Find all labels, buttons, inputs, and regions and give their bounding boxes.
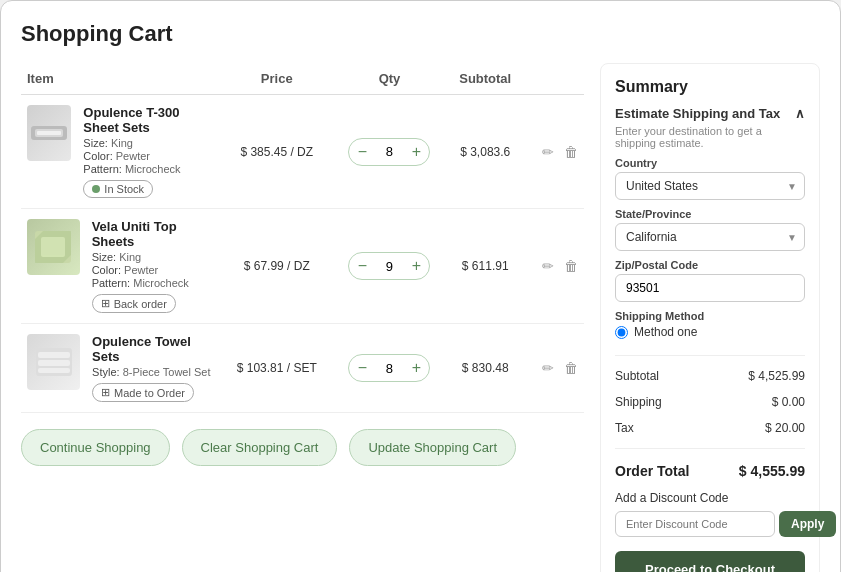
checkout-button[interactable]: Proceed to Checkout xyxy=(615,551,805,572)
delete-icon-2[interactable]: 🗑 xyxy=(564,258,578,274)
qty-increase-1[interactable]: + xyxy=(403,139,429,165)
item-price-2: $ 67.99 / DZ xyxy=(221,209,333,324)
zip-label: Zip/Postal Code xyxy=(615,259,805,271)
item-actions-1: ✏ 🗑 xyxy=(524,95,584,209)
item-name-2: Vela Uniti Top Sheets xyxy=(92,219,215,249)
apply-button[interactable]: Apply xyxy=(779,511,836,537)
item-image-1 xyxy=(27,105,71,161)
state-label: State/Province xyxy=(615,208,805,220)
page-title: Shopping Cart xyxy=(21,21,820,47)
order-total-label: Order Total xyxy=(615,463,689,479)
tax-value: $ 20.00 xyxy=(765,421,805,435)
col-subtotal: Subtotal xyxy=(446,63,524,95)
item-pattern-1: Pattern: Microcheck xyxy=(83,163,215,175)
item-name-1: Opulence T-300 Sheet Sets xyxy=(83,105,215,135)
table-row: Opulence T-300 Sheet Sets Size: King Col… xyxy=(21,95,584,209)
item-status-2: ⊞ Back order xyxy=(92,294,176,313)
item-actions-2: ✏ 🗑 xyxy=(524,209,584,324)
state-select-wrapper: California New York Texas ▼ xyxy=(615,223,805,251)
edit-icon-3[interactable]: ✏ xyxy=(542,360,554,376)
item-subtotal-1: $ 3,083.6 xyxy=(446,95,524,209)
discount-label: Add a Discount Code xyxy=(615,491,805,505)
divider-2 xyxy=(615,448,805,449)
item-status-1: In Stock xyxy=(83,180,153,198)
shipping-method-section: Shipping Method Method one xyxy=(615,310,805,339)
country-select[interactable]: United States Canada United Kingdom xyxy=(615,172,805,200)
svg-rect-6 xyxy=(38,352,70,358)
delete-icon-3[interactable]: 🗑 xyxy=(564,360,578,376)
estimate-label: Estimate Shipping and Tax xyxy=(615,106,780,121)
item-cell-2: Vela Uniti Top Sheets Size: King Color: … xyxy=(21,209,221,324)
delete-icon-1[interactable]: 🗑 xyxy=(564,144,578,160)
shipping-row-label: Shipping xyxy=(615,395,662,409)
clear-cart-button[interactable]: Clear Shopping Cart xyxy=(182,429,338,466)
main-content: Item Price Qty Subtotal xyxy=(21,63,820,572)
shipping-method-row: Method one xyxy=(615,325,805,339)
item-price-3: $ 103.81 / SET xyxy=(221,324,333,413)
item-image-3 xyxy=(27,334,80,390)
table-row: Vela Uniti Top Sheets Size: King Color: … xyxy=(21,209,584,324)
qty-increase-2[interactable]: + xyxy=(403,253,429,279)
item-subtotal-2: $ 611.91 xyxy=(446,209,524,324)
qty-input-3[interactable] xyxy=(375,361,403,376)
qty-control-1: − + xyxy=(348,138,430,166)
col-price: Price xyxy=(221,63,333,95)
qty-increase-3[interactable]: + xyxy=(403,355,429,381)
update-cart-button[interactable]: Update Shopping Cart xyxy=(349,429,516,466)
continue-shopping-button[interactable]: Continue Shopping xyxy=(21,429,170,466)
item-cell-3: Opulence Towel Sets Style: 8-Piece Towel… xyxy=(21,324,221,413)
subtotal-label: Subtotal xyxy=(615,369,659,383)
item-color-2: Color: Pewter xyxy=(92,264,215,276)
discount-input[interactable] xyxy=(615,511,775,537)
qty-input-1[interactable] xyxy=(375,144,403,159)
made-to-order-icon: ⊞ xyxy=(101,386,110,399)
item-qty-cell-3: − + xyxy=(333,324,447,413)
country-label: Country xyxy=(615,157,805,169)
tax-label: Tax xyxy=(615,421,634,435)
qty-decrease-3[interactable]: − xyxy=(349,355,375,381)
divider-1 xyxy=(615,355,805,356)
qty-decrease-2[interactable]: − xyxy=(349,253,375,279)
order-total-value: $ 4,555.99 xyxy=(739,463,805,479)
svg-rect-7 xyxy=(38,360,70,366)
shipping-radio[interactable] xyxy=(615,326,628,339)
shipping-line: Shipping $ 0.00 xyxy=(615,394,805,410)
collapse-icon[interactable]: ∧ xyxy=(795,106,805,121)
back-order-icon: ⊞ xyxy=(101,297,110,310)
item-details-1: Opulence T-300 Sheet Sets Size: King Col… xyxy=(79,105,215,198)
zip-input[interactable] xyxy=(615,274,805,302)
svg-rect-2 xyxy=(37,131,61,135)
subtotal-line: Subtotal $ 4,525.99 xyxy=(615,368,805,384)
svg-rect-4 xyxy=(41,237,65,257)
shipping-row-value: $ 0.00 xyxy=(772,395,805,409)
estimate-header: Estimate Shipping and Tax ∧ xyxy=(615,106,805,121)
subtotal-value: $ 4,525.99 xyxy=(748,369,805,383)
item-size-1: Size: King xyxy=(83,137,215,149)
summary-title: Summary xyxy=(615,78,805,96)
item-qty-cell-1: − + xyxy=(333,95,447,209)
qty-decrease-1[interactable]: − xyxy=(349,139,375,165)
qty-input-2[interactable] xyxy=(375,259,403,274)
state-select[interactable]: California New York Texas xyxy=(615,223,805,251)
cart-section: Item Price Qty Subtotal xyxy=(21,63,584,572)
shipping-method-label: Shipping Method xyxy=(615,310,805,322)
svg-rect-8 xyxy=(38,368,70,373)
item-image-2 xyxy=(27,219,80,275)
col-item: Item xyxy=(21,63,221,95)
item-actions-3: ✏ 🗑 xyxy=(524,324,584,413)
col-qty: Qty xyxy=(333,63,447,95)
shipping-method-value: Method one xyxy=(634,325,697,339)
edit-icon-2[interactable]: ✏ xyxy=(542,258,554,274)
summary-panel: Summary Estimate Shipping and Tax ∧ Ente… xyxy=(600,63,820,572)
discount-row: Apply xyxy=(615,511,805,537)
status-dot-1 xyxy=(92,185,100,193)
item-price-1: $ 385.45 / DZ xyxy=(221,95,333,209)
item-style-3: Style: 8-Piece Towel Set xyxy=(92,366,215,378)
table-row: Opulence Towel Sets Style: 8-Piece Towel… xyxy=(21,324,584,413)
item-qty-cell-2: − + xyxy=(333,209,447,324)
order-total-line: Order Total $ 4,555.99 xyxy=(615,461,805,481)
item-name-3: Opulence Towel Sets xyxy=(92,334,215,364)
item-subtotal-3: $ 830.48 xyxy=(446,324,524,413)
item-details-2: Vela Uniti Top Sheets Size: King Color: … xyxy=(88,219,215,313)
edit-icon-1[interactable]: ✏ xyxy=(542,144,554,160)
